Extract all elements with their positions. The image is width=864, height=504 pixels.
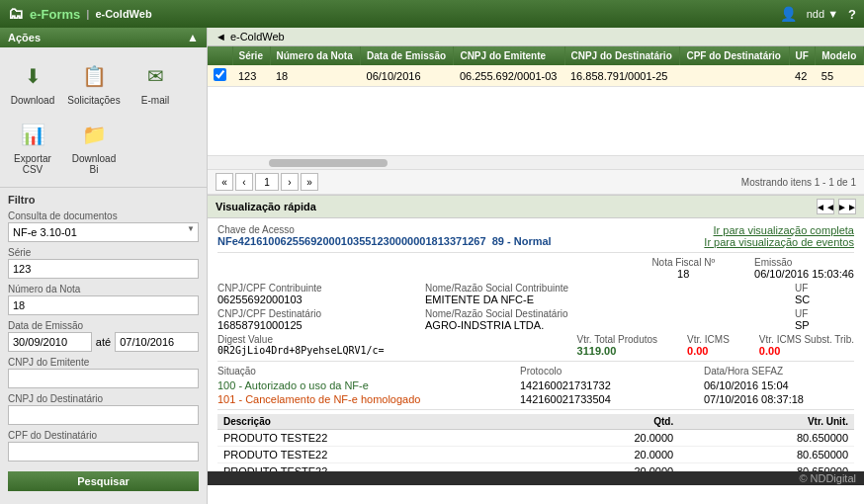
footer: © NDDigital (208, 471, 864, 485)
situacao-data: 07/10/2016 08:37:18 (704, 393, 854, 405)
product-qtd: 20.0000 (538, 447, 679, 463)
situacao-header-row: Situação Protocolo Data/Hora SEFAZ (217, 366, 854, 377)
page-last-btn[interactable]: » (301, 173, 318, 191)
col-cnpj-emitente[interactable]: CNPJ do Emitente (454, 46, 564, 65)
sidebar-item-email[interactable]: ✉ E-mail (127, 55, 184, 110)
divider-3 (217, 409, 854, 410)
table-row[interactable]: 123 18 06/10/2016 06.255.692/0001-03 16.… (208, 65, 864, 87)
nota-fiscal-section: Nota Fiscal Nº 18 (651, 257, 715, 280)
breadcrumb-arrow-icon: ◄ (216, 31, 226, 42)
vtr-icms-label: Vtr. ICMS (687, 334, 730, 345)
cnpj-contrib-section: CNPJ/CPF Contribuinte 06255692000103 (217, 283, 415, 305)
nome-contrib-label: Nome/Razão Social Contribuinte (425, 283, 785, 294)
qv-prev-btn[interactable]: ◄◄ (817, 199, 834, 214)
situacoes-container: 100 - Autorizado o uso da NF-e 142160021… (217, 379, 854, 405)
col-cpf-destinatario[interactable]: CPF do Destinatário (680, 46, 789, 65)
exportar-csv-label: Exportar CSV (6, 153, 59, 175)
emissao-label: Emissão (754, 257, 854, 268)
product-row: PRODUTO TESTE22 20.0000 80.650000 (217, 463, 854, 472)
chave-acesso-section: Chave de Acesso NFe421610062556920001035… (217, 224, 552, 247)
divider-2 (217, 361, 854, 362)
solicitacoes-label: Solicitações (67, 95, 120, 106)
user-menu[interactable]: ndd ▼ (807, 8, 838, 20)
pesquisar-button[interactable]: Pesquisar (8, 471, 199, 491)
top-bar-right: 👤 ndd ▼ ? (780, 6, 856, 22)
col-data-emissao[interactable]: Data de Emissão (361, 46, 454, 65)
help-button[interactable]: ? (848, 7, 856, 22)
acoes-label: Ações (8, 32, 41, 43)
products-col-desc: Descrição (217, 414, 538, 430)
nome-contrib-value: EMITENTE DA NFC-E (425, 294, 785, 305)
sidebar-item-download[interactable]: ⬇ Download (4, 55, 61, 110)
situacao-protocolo: 142160021733504 (520, 393, 698, 405)
horizontal-scrollbar[interactable] (208, 155, 864, 169)
product-qtd: 20.0000 (538, 430, 679, 447)
breadcrumb: ◄ e-ColdWeb (208, 28, 864, 46)
content-area: ◄ e-ColdWeb Série Número da Nota Data de… (208, 28, 864, 504)
cell-data: 06/10/2016 (361, 65, 454, 87)
vtr-total-section: Vtr. Total Produtos 3119.00 (577, 334, 658, 357)
pagination-info: Mostrando itens 1 - 1 de 1 (741, 177, 856, 188)
table-scroll[interactable]: Série Número da Nota Data de Emissão CNP… (208, 46, 864, 155)
consulta-label: Consulta de documentos (8, 210, 199, 221)
visualizacao-eventos-link[interactable]: Ir para visualização de eventos (704, 236, 854, 248)
tipo-nota-select[interactable]: NF-e 3.10-01 (8, 222, 199, 242)
sidebar-item-exportar-csv[interactable]: 📊 Exportar CSV (4, 114, 61, 179)
row-checkbox[interactable] (214, 68, 226, 81)
col-uf[interactable]: UF (789, 46, 816, 65)
data-ate-input[interactable] (115, 332, 199, 352)
situacao-data: 06/10/2016 15:04 (704, 379, 854, 391)
products-col-qtd: Qtd. (538, 414, 679, 430)
cell-uf: 42 (789, 65, 816, 87)
serie-input[interactable] (8, 259, 199, 279)
page-prev-btn[interactable]: ‹ (235, 173, 253, 191)
chave-value: NFe4216100625569200010355123000000181337… (217, 235, 552, 247)
dest-row: CNPJ/CPF Destinatário 16858791000125 Nom… (217, 308, 854, 331)
nome-dest-value: AGRO-INDSTRIA LTDA. (425, 319, 785, 331)
page-next-btn[interactable]: › (281, 173, 299, 191)
sidebar-item-download-bi[interactable]: 📁 Download Bi (65, 114, 123, 179)
col-numero-nota[interactable]: Número da Nota (270, 46, 361, 65)
sidebar-item-solicitacoes[interactable]: 📋 Solicitações (65, 55, 123, 110)
qv-links: Ir para visualização completa Ir para vi… (704, 224, 854, 248)
valores-section: Vtr. Total Produtos 3119.00 Vtr. ICMS 0.… (577, 334, 854, 357)
col-modelo[interactable]: Modelo (816, 46, 864, 65)
quick-view-nav: ◄◄ ►► (817, 199, 856, 214)
acoes-collapse[interactable]: ▲ (187, 31, 199, 44)
email-label: E-mail (141, 95, 169, 106)
cnpj-destinatario-input[interactable] (8, 405, 199, 425)
col-serie[interactable]: Série (232, 46, 270, 65)
download-label: Download (11, 95, 54, 106)
digest-value: 0R2GjLio4Drd+8PyehseLQRV1/c= (217, 345, 385, 356)
visualizacao-completa-link[interactable]: Ir para visualização completa (704, 224, 854, 236)
emissao-section: Emissão 06/10/2016 15:03:46 (754, 257, 854, 280)
quick-view-header: Visualização rápida ◄◄ ►► (208, 196, 864, 218)
data-de-input[interactable] (8, 332, 92, 352)
chave-label: Chave de Acesso (217, 224, 552, 235)
vtr-total-value: 3119.00 (577, 345, 658, 357)
products-header-row: Descrição Qtd. Vtr. Unit. (217, 414, 854, 430)
nota-fiscal-value: 18 (651, 268, 715, 280)
emissao-value: 06/10/2016 15:03:46 (754, 268, 854, 280)
quick-view: Visualização rápida ◄◄ ►► Chave de Acess… (208, 195, 864, 471)
download-icon: ⬇ (14, 59, 51, 93)
col-cnpj-destinatario[interactable]: CNPJ do Destinatário (564, 46, 680, 65)
col-checkbox (208, 46, 232, 65)
cnpj-emitente-input[interactable] (8, 369, 199, 388)
nome-dest-label: Nome/Razão Social Destinatário (425, 308, 785, 319)
nota-fiscal-label: Nota Fiscal Nº (651, 257, 715, 268)
cell-cnpj-emitente: 06.255.692/0001-03 (454, 65, 564, 87)
cnpj-destinatario-label: CNPJ do Destinatário (8, 393, 199, 404)
quick-view-title: Visualização rápida (216, 201, 316, 212)
numero-nota-input[interactable] (8, 295, 199, 315)
protocolo-header-label: Protocolo (520, 366, 698, 377)
cpf-destinatario-input[interactable] (8, 442, 199, 462)
serie-label: Série (8, 247, 199, 258)
filter-title: Filtro (8, 194, 199, 206)
page-first-btn[interactable]: « (216, 173, 233, 191)
page-number-input[interactable] (255, 173, 279, 191)
product-vtr: 80.650000 (679, 430, 854, 447)
vtr-icms-value: 0.00 (687, 345, 730, 357)
data-emissao-label: Data de Emissão (8, 320, 199, 331)
qv-next-btn[interactable]: ►► (838, 199, 856, 214)
